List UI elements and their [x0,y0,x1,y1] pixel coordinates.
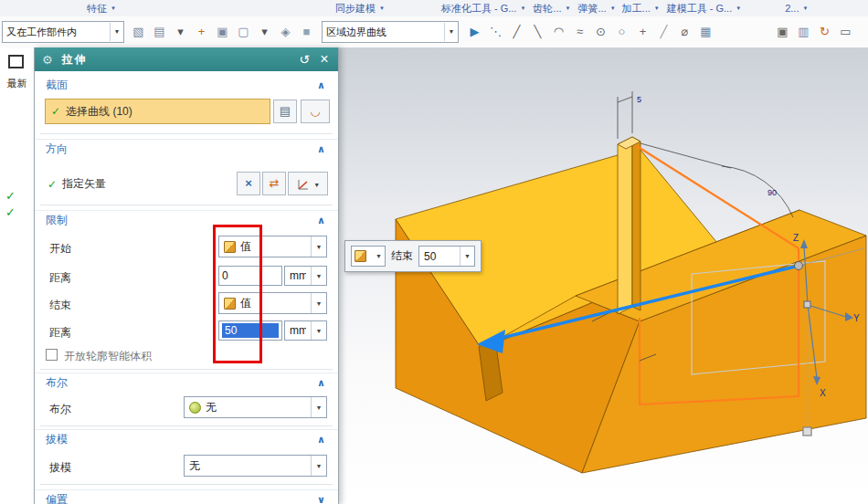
latest-label: 最新 [0,77,34,90]
snap-point-icon[interactable]: + [191,20,212,43]
direction-arrow-icon[interactable]: ▶ [464,20,485,43]
arc-icon[interactable]: ◠ [548,20,569,43]
sketch-section-button[interactable]: ◡ [301,100,330,123]
chevron-down-icon: ▼ [566,5,571,11]
line-icon[interactable]: ╱ [506,20,527,43]
end-label: 结束 [391,248,413,264]
end-distance-onscreen-value: 50 [419,250,460,263]
graphics-viewport[interactable]: 5 90 Z Y X [337,47,868,504]
section-heading-limits[interactable]: 限制 ∧ [35,210,338,230]
chevron-down-icon[interactable]: ▼ [444,23,458,41]
diameter-icon[interactable]: ⌀ [674,20,695,43]
chevron-down-icon: ▼ [520,5,525,11]
divider [40,425,333,426]
chevron-down-icon[interactable]: ▼ [311,236,326,257]
x-axis-label: X [820,388,826,398]
spline-icon[interactable]: ≈ [569,20,590,43]
diagonal-line-icon[interactable]: ╱ [653,20,674,43]
sketch-icon[interactable]: ▤ [149,20,170,43]
open-profile-checkbox[interactable] [46,349,58,361]
toolbar-icons-middle: ▶⋱╱╲◠≈⊙○+╱⌀▦ [464,20,716,43]
point-icon[interactable]: + [632,20,653,43]
chevron-down-icon[interactable]: ▼ [460,247,474,266]
circle-icon[interactable]: ○ [611,20,632,43]
record-region-icon[interactable]: ▣ [772,20,793,43]
y-axis-label: Y [853,313,860,323]
fit-window-icon[interactable]: ▭ [835,20,856,43]
end-distance-onscreen-input[interactable]: 50 ▼ [418,246,475,267]
start-limit-combobox[interactable]: 值 ▼ [218,236,327,257]
datum-plane-icon[interactable]: ▧ [128,20,149,43]
select-curve-field[interactable]: ✓ 选择曲线 (10) [45,99,270,124]
divider [40,133,333,134]
section-heading-offset[interactable]: 偏置 ∨ [35,489,338,504]
point-set-icon[interactable]: ⋱ [485,20,506,43]
end-unit-combobox[interactable]: mm ▼ [284,320,327,341]
chevron-down-icon[interactable]: ▼ [311,397,326,417]
wireframe-view-icon[interactable]: ◈ [275,20,296,43]
curve-list-button[interactable]: ▤ [273,100,297,123]
ribbon-group-feature[interactable]: 特征▼ [87,2,116,16]
open-profile-label: 开放轮廓智能体积 [64,349,152,364]
dialog-header[interactable]: ⚙ 拉伸 ↺ × [35,47,338,71]
section-heading-section[interactable]: 截面 ∧ [35,75,338,95]
vector-type-combobox[interactable]: ▼ [288,172,328,195]
chevron-up-icon: ∧ [317,377,325,389]
end-distance-value: 50 [222,323,279,338]
ribbon-group-gear[interactable]: 齿轮...▼ [533,2,570,16]
chevron-down-icon[interactable]: ▼ [311,267,326,285]
boolean-value: 无 [206,400,306,415]
arrow-drag-handle [795,262,803,270]
boolean-combobox[interactable]: 无 ▼ [184,396,327,418]
gear-icon: ⚙ [42,53,53,67]
scope-combobox[interactable]: 又在工作部件内 ▼ [2,21,124,43]
pattern-icon[interactable]: ▣ [212,20,233,43]
snapshot-icon[interactable]: ▥ [793,20,814,43]
vector-dialog-button[interactable]: × [237,172,260,195]
close-button[interactable]: × [314,51,334,68]
end-limit-combobox[interactable]: 值 ▼ [218,292,327,314]
chevron-up-icon: ∧ [317,143,325,155]
draft-combobox[interactable]: 无 ▼ [184,455,327,477]
chevron-down-icon: ▼ [111,5,116,11]
grid-icon[interactable]: ▦ [695,20,716,43]
reset-button[interactable]: ↺ [294,52,314,67]
chevron-down-icon[interactable]: ▼ [311,456,326,476]
selection-filter-icon[interactable]: ▢ [233,20,254,43]
model-fin-front [618,137,632,314]
ribbon-group-synchronous-modeling[interactable]: 同步建模▼ [335,2,385,16]
check-icon: ✓ [5,205,16,219]
ribbon-group-modeling-tools[interactable]: 建模工具 - G...▼ [667,2,741,16]
reverse-direction-button[interactable]: ⇄ [262,172,286,195]
chevron-down-icon[interactable]: ▼ [311,321,326,340]
section-heading-boolean[interactable]: 布尔 ∧ [35,373,338,393]
curve-rule-combobox[interactable]: 区域边界曲线 ▼ [322,21,459,43]
start-distance-input[interactable]: 0 [218,266,282,286]
ribbon-group-standard-tools[interactable]: 标准化工具 - G...▼ [441,2,525,16]
ribbon-group-more[interactable]: 2...▼ [785,3,808,14]
ribbon-group-machining[interactable]: 加工...▼ [622,2,660,16]
divider [40,484,333,485]
check-icon: ✓ [48,178,57,191]
chevron-down-icon: ▼ [379,5,385,11]
chevron-down-icon: ▼ [802,5,808,11]
dialog-title: 拉伸 [62,52,88,68]
ribbon-group-spring[interactable]: 弹簧...▼ [577,2,615,16]
chevron-down-icon[interactable]: ▼ [110,23,123,41]
shaded-view-icon[interactable]: ■ [296,20,317,43]
circle-center-icon[interactable]: ⊙ [590,20,611,43]
scope-combobox-value: 又在工作部件内 [3,26,110,39]
filter-caret-icon[interactable]: ▾ [254,20,275,43]
toolbar-icons-right: ▣▥↻▭ [772,20,856,43]
chevron-down-icon[interactable]: ▼ [311,293,326,313]
limit-option-combo[interactable]: ▼ [351,246,386,267]
start-unit-combobox[interactable]: mm ▼ [284,266,327,286]
refresh-icon[interactable]: ↻ [814,20,835,43]
start-limit-value: 值 [240,239,306,255]
section-heading-direction[interactable]: 方向 ∧ [35,139,338,159]
line-alt-icon[interactable]: ╲ [527,20,548,43]
section-heading-draft[interactable]: 拔模 ∧ [35,429,338,449]
end-distance-input[interactable]: 50 [218,320,282,341]
feature-more-caret-icon[interactable]: ▾ [170,20,191,43]
window-icon[interactable] [8,55,24,68]
